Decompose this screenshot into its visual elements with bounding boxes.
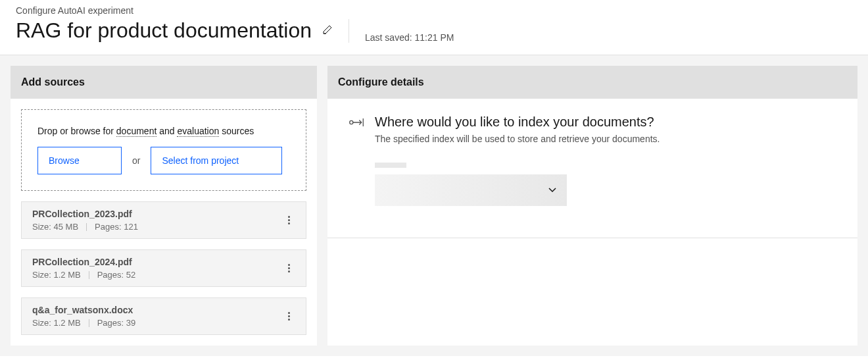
page-header: Configure AutoAI experiment RAG for prod… — [0, 0, 868, 55]
file-pages: Pages: 39 — [97, 318, 136, 328]
file-size: Size: 45 MB — [32, 222, 78, 232]
page-title: RAG for product documentation — [16, 18, 312, 43]
evaluation-link[interactable]: evaluation — [177, 126, 219, 137]
main-content: Add sources Drop or browse for document … — [0, 55, 868, 356]
skeleton-label — [375, 163, 406, 168]
file-name: q&a_for_watsonx.docx — [32, 305, 135, 315]
file-size: Size: 1.2 MB — [32, 318, 81, 328]
breadcrumb: Configure AutoAI experiment — [16, 5, 333, 16]
file-name: PRCollection_2024.pdf — [32, 257, 135, 267]
index-question: Where would you like to index your docum… — [375, 115, 836, 130]
vertical-divider — [349, 19, 349, 43]
file-list: PRCollection_2023.pdf Size: 45 MB Pages:… — [21, 201, 306, 335]
svg-point-0 — [350, 120, 353, 124]
overflow-icon — [288, 216, 290, 224]
add-sources-panel: Add sources Drop or browse for document … — [11, 66, 317, 346]
file-overflow-menu[interactable] — [283, 259, 295, 278]
overflow-icon — [288, 264, 290, 272]
add-sources-header: Add sources — [11, 66, 317, 99]
file-overflow-menu[interactable] — [283, 211, 295, 230]
index-description: The specified index will be used to stor… — [375, 134, 836, 144]
file-item: PRCollection_2024.pdf Size: 1.2 MB Pages… — [21, 249, 306, 287]
document-link[interactable]: document — [116, 126, 157, 137]
overflow-icon — [288, 312, 290, 321]
or-label: or — [132, 155, 140, 166]
file-overflow-menu[interactable] — [283, 307, 295, 326]
dropzone-instruction: Drop or browse for document and evaluati… — [37, 126, 290, 136]
select-from-project-button[interactable]: Select from project — [151, 147, 282, 174]
edit-icon — [322, 24, 333, 35]
browse-button[interactable]: Browse — [37, 147, 122, 174]
edit-title-button[interactable] — [322, 24, 333, 38]
file-size: Size: 1.2 MB — [32, 270, 81, 280]
configure-details-panel: Configure details Where would you like t… — [327, 66, 857, 346]
index-select-skeleton[interactable] — [375, 174, 567, 206]
file-dropzone[interactable]: Drop or browse for document and evaluati… — [21, 109, 306, 191]
file-name: PRCollection_2023.pdf — [32, 209, 138, 219]
file-pages: Pages: 121 — [95, 222, 138, 232]
file-pages: Pages: 52 — [97, 270, 136, 280]
last-saved-text: Last saved: 11:21 PM — [365, 32, 454, 43]
chevron-down-icon — [548, 188, 556, 193]
file-item: PRCollection_2023.pdf Size: 45 MB Pages:… — [21, 201, 306, 239]
index-icon — [349, 116, 364, 129]
configure-details-header: Configure details — [327, 66, 857, 99]
file-item: q&a_for_watsonx.docx Size: 1.2 MB Pages:… — [21, 297, 306, 335]
